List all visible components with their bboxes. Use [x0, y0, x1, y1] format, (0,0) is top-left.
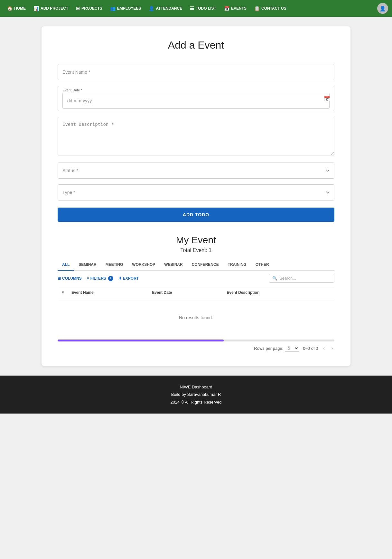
nav-label-attendance: ATTENDANCE	[156, 6, 182, 11]
nav-icon-employees: 👥	[110, 6, 116, 11]
table-header: ▼ Event Name Event Date Event Descriptio…	[58, 286, 334, 299]
page-info: 0–0 of 0	[303, 346, 318, 351]
nav-items: 🏠HOME📊ADD PROJECT⊞PROJECTS👥EMPLOYEES👤ATT…	[4, 4, 377, 13]
event-name-group	[58, 64, 334, 80]
rows-per-page: Rows per page: 5 10 25	[254, 345, 299, 352]
tab-seminar[interactable]: SEMINAR	[74, 259, 101, 271]
export-label: EXPORT	[123, 276, 139, 281]
nav-label-contact-us: CONTACT US	[261, 6, 286, 11]
tab-meeting[interactable]: MEETING	[101, 259, 128, 271]
nav-icon-projects: ⊞	[76, 6, 80, 11]
filters-icon: ≡	[87, 276, 89, 281]
footer-line2: Build by Saravanakumar R	[8, 391, 384, 398]
columns-label: COLUMNS	[62, 276, 82, 281]
search-icon: 🔍	[272, 276, 277, 281]
event-description-input[interactable]	[58, 117, 334, 155]
my-event-title: My Event	[58, 235, 334, 246]
nav-label-add-project: ADD PROJECT	[41, 6, 68, 11]
col-event-description: Event Description	[223, 286, 334, 299]
footer-line1: NIWE Dashboard	[8, 383, 384, 391]
event-description-group	[58, 117, 334, 157]
nav-icon-add-project: 📊	[33, 6, 39, 11]
col-event-name: Event Name	[68, 286, 149, 299]
nav-icon-contact-us: 📋	[254, 6, 260, 11]
columns-button[interactable]: ⊞ COLUMNS	[58, 276, 82, 281]
nav-icon-todo-list: ☰	[190, 6, 194, 11]
footer-line3: 2024 © All Rights Reserved	[8, 398, 384, 406]
nav-icon-home: 🏠	[7, 6, 13, 11]
event-date-label: Event Date *	[62, 88, 330, 92]
form-title: Add a Event	[58, 39, 334, 51]
event-table: ▼ Event Name Event Date Event Descriptio…	[58, 286, 334, 299]
event-tabs: ALLSEMINARMEETINGWORKSHOPWEBINARCONFEREN…	[58, 259, 334, 271]
nav-item-home[interactable]: 🏠HOME	[4, 4, 29, 13]
event-name-input[interactable]	[58, 64, 334, 80]
search-box: 🔍	[269, 274, 334, 283]
tab-training[interactable]: TRAINING	[223, 259, 251, 271]
nav-label-todo-list: TODO LIST	[196, 6, 216, 11]
nav-item-add-project[interactable]: 📊ADD PROJECT	[30, 4, 71, 13]
event-date-wrapper: Event Date * 📅	[58, 86, 334, 111]
nav-item-contact-us[interactable]: 📋CONTACT US	[251, 4, 290, 13]
user-avatar[interactable]: 👤	[377, 3, 388, 14]
calendar-icon: 📅	[324, 96, 330, 102]
status-select[interactable]: Status *	[58, 163, 334, 179]
next-page-button[interactable]: ›	[330, 345, 334, 352]
nav-item-attendance[interactable]: 👤ATTENDANCE	[145, 4, 185, 13]
total-event-count: Total Event: 1	[58, 247, 334, 253]
prev-page-button[interactable]: ‹	[322, 345, 326, 352]
nav-label-employees: EMPLOYEES	[117, 6, 141, 11]
event-date-input[interactable]	[62, 93, 330, 109]
nav-label-projects: PROJECTS	[81, 6, 102, 11]
add-todo-button[interactable]: ADD TODO	[58, 208, 334, 222]
nav-icon-events: 📅	[224, 6, 229, 11]
event-date-group: Event Date * 📅	[58, 86, 334, 111]
type-group: Type *	[58, 184, 334, 200]
nav-item-projects[interactable]: ⊞PROJECTS	[73, 4, 106, 13]
tab-other[interactable]: OTHER	[251, 259, 274, 271]
footer: NIWE Dashboard Build by Saravanakumar R …	[0, 376, 392, 414]
filters-badge: 1	[108, 276, 113, 281]
nav-item-employees[interactable]: 👥EMPLOYEES	[107, 4, 145, 13]
tab-webinar[interactable]: WEBINAR	[160, 259, 187, 271]
status-group: Status *	[58, 163, 334, 179]
nav-label-home: HOME	[14, 6, 26, 11]
export-icon: ⬇	[118, 276, 122, 281]
filters-button[interactable]: ≡ FILTERS 1	[87, 276, 113, 281]
nav-icon-attendance: 👤	[149, 6, 154, 11]
toolbar-left: ⊞ COLUMNS ≡ FILTERS 1 ⬇ EXPORT	[58, 276, 139, 281]
nav-label-events: EVENTS	[231, 6, 247, 11]
rows-per-page-label: Rows per page:	[254, 346, 283, 351]
columns-icon: ⊞	[58, 276, 61, 281]
table-filter-icon: ▼	[61, 290, 65, 295]
filter-icon-th: ▼	[58, 286, 68, 299]
export-button[interactable]: ⬇ EXPORT	[118, 276, 139, 281]
tab-conference[interactable]: CONFERENCE	[187, 259, 223, 271]
search-input[interactable]	[279, 276, 331, 281]
no-results-message: No results found.	[58, 299, 334, 336]
rows-per-page-select[interactable]: 5 10 25	[285, 345, 299, 352]
tab-workshop[interactable]: WORKSHOP	[127, 259, 160, 271]
filters-label: FILTERS	[90, 276, 106, 281]
main-content: Add a Event Event Date * 📅 Status * Type…	[42, 26, 350, 366]
nav-item-events[interactable]: 📅EVENTS	[221, 4, 250, 13]
nav-item-todo-list[interactable]: ☰TODO LIST	[187, 4, 219, 13]
type-select[interactable]: Type *	[58, 184, 334, 200]
table-toolbar: ⊞ COLUMNS ≡ FILTERS 1 ⬇ EXPORT 🔍	[58, 271, 334, 286]
col-event-date: Event Date	[149, 286, 223, 299]
navbar: 🏠HOME📊ADD PROJECT⊞PROJECTS👥EMPLOYEES👤ATT…	[0, 0, 392, 17]
pagination-row: Rows per page: 5 10 25 0–0 of 0 ‹ ›	[58, 341, 334, 353]
tab-all[interactable]: ALL	[58, 259, 74, 271]
